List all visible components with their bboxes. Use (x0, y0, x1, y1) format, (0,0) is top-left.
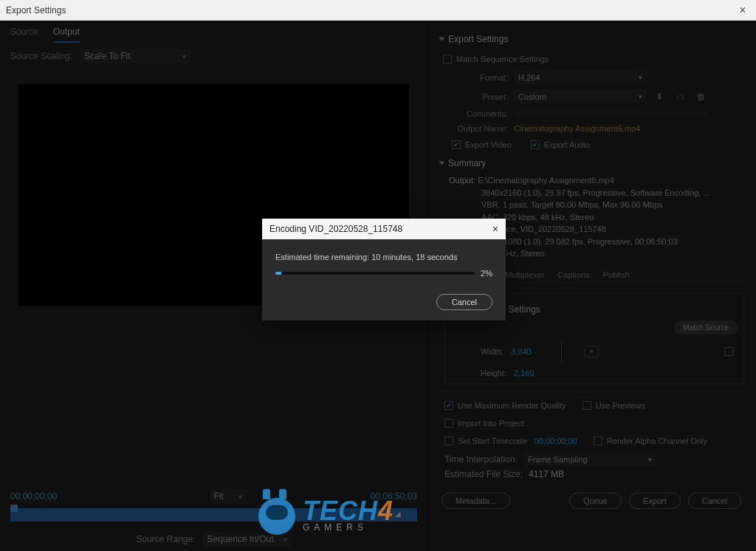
dialog-title: Encoding VID_20220528_115748 (269, 224, 402, 234)
max-quality-checkbox[interactable] (444, 401, 453, 410)
height-label: Height: (481, 369, 506, 377)
use-previews-checkbox[interactable] (583, 401, 591, 410)
width-lock-checkbox[interactable] (724, 347, 733, 356)
import-project-checkbox[interactable] (444, 419, 453, 428)
mascot-icon (251, 485, 303, 544)
time-interp-label: Time Interpolation: (444, 454, 518, 465)
encoding-dialog: Encoding VID_20220528_115748 × Estimated… (262, 219, 506, 321)
eta-text: Estimated time remaining: 10 minutes, 18… (275, 253, 492, 261)
delete-preset-icon[interactable]: 🗑 (697, 92, 709, 102)
preset-dropdown[interactable]: Custom▾ (514, 90, 647, 103)
dialog-close-icon[interactable]: × (492, 223, 498, 235)
metadata-button[interactable]: Metadata... (441, 493, 510, 509)
tab-publish[interactable]: Publish (603, 270, 630, 279)
timecode-in[interactable]: 00;00;00;00 (10, 491, 57, 502)
dialog-titlebar: Encoding VID_20220528_115748 × (262, 219, 506, 239)
preview-tabs: Source Output (0, 21, 427, 43)
dialog-cancel-button[interactable]: Cancel (436, 294, 492, 310)
comments-label: Comments: (449, 109, 508, 118)
match-sequence-checkbox[interactable] (443, 55, 452, 64)
tab-captions[interactable]: Captions (557, 270, 589, 279)
bottom-options: Use Maximum Render Quality Use Previews … (434, 391, 749, 487)
queue-button[interactable]: Queue (569, 493, 622, 509)
cancel-button[interactable]: Cancel (688, 493, 741, 509)
output-name-link[interactable]: Cinematography Assignment6.mp4 (514, 124, 640, 133)
width-value[interactable]: 3,840 (511, 347, 532, 356)
window-title: Export Settings (6, 5, 66, 16)
tab-output[interactable]: Output (53, 27, 80, 43)
fit-dropdown[interactable]: Fit (210, 489, 247, 504)
height-value[interactable]: 2,160 (514, 369, 535, 377)
match-sequence-label: Match Sequence Settings (456, 55, 549, 64)
render-alpha-checkbox[interactable] (594, 437, 602, 445)
preset-label: Preset: (449, 92, 508, 101)
time-interp-dropdown[interactable]: Frame Sampling▾ (523, 453, 656, 466)
format-label: Format: (449, 73, 508, 82)
progress-bar (275, 272, 475, 275)
watermark-logo: TECH4 GAMERS (251, 485, 394, 544)
set-start-tc-checkbox[interactable] (444, 437, 453, 445)
export-video-checkbox[interactable] (452, 140, 461, 149)
title-bar: Export Settings × (0, 0, 756, 21)
format-dropdown[interactable]: H.264▾ (514, 71, 647, 84)
match-sequence-row: Match Sequence Settings (443, 55, 749, 64)
tab-multiplexer[interactable]: Multiplexer (505, 270, 544, 279)
width-label: Width: (481, 347, 504, 356)
source-range-label: Source Range: (136, 534, 195, 544)
progress-percent: 2% (481, 269, 492, 278)
save-preset-icon[interactable]: ⬇ (656, 92, 667, 102)
close-icon[interactable]: × (735, 4, 750, 17)
source-scaling-label: Source Scaling: (10, 51, 72, 61)
playhead-icon[interactable] (10, 504, 18, 512)
tab-source[interactable]: Source (10, 27, 38, 43)
est-file-value: 4117 MB (529, 469, 564, 479)
source-scaling-dropdown[interactable]: Scale To Fit (80, 49, 190, 64)
link-dimensions-icon[interactable]: ⚭ (584, 346, 599, 357)
summary-header[interactable]: Summary (440, 158, 749, 168)
source-scaling-row: Source Scaling: Scale To Fit (0, 43, 427, 69)
comments-input[interactable] (514, 112, 706, 116)
export-audio-checkbox[interactable] (531, 140, 540, 149)
est-file-label: Estimated File Size: (444, 469, 523, 479)
export-button[interactable]: Export (629, 493, 681, 509)
match-source-button[interactable]: Match Source (674, 321, 738, 335)
action-buttons: Metadata... Queue Export Cancel (434, 487, 749, 515)
export-settings-header[interactable]: Export Settings (440, 34, 749, 44)
output-name-label: Output Name: (449, 124, 508, 133)
import-preset-icon[interactable]: ▭ (676, 92, 688, 102)
